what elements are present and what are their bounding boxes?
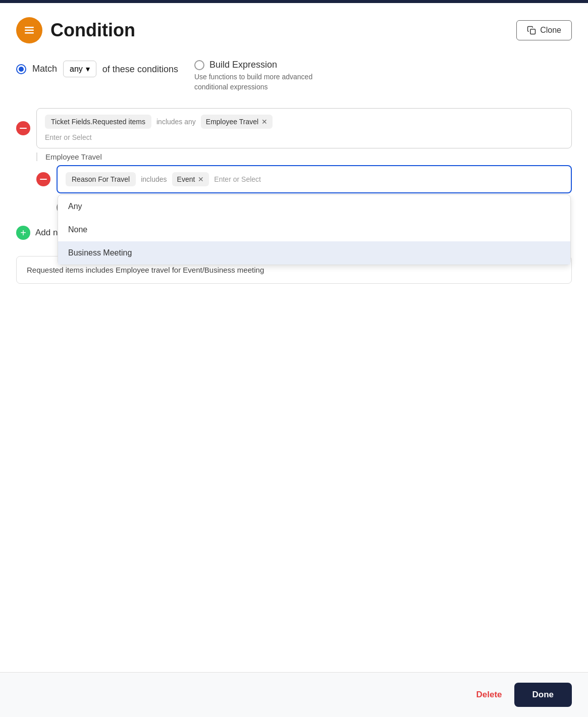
clone-button[interactable]: Clone — [516, 20, 572, 40]
condition-1-row: Ticket Fields.Requested items includes a… — [16, 108, 572, 148]
page-title: Condition — [50, 20, 135, 41]
subcondition-box: Reason For Travel includes Event ✕ Enter… — [57, 165, 572, 193]
build-expr-radio[interactable] — [194, 60, 204, 70]
subcondition-operator: includes — [141, 175, 167, 183]
header: Condition Clone — [16, 17, 572, 43]
subcondition-fields: Reason For Travel includes Event ✕ Enter… — [66, 172, 563, 186]
remove-value-1-icon[interactable]: ✕ — [261, 118, 268, 126]
remove-subcondition-value-icon[interactable]: ✕ — [198, 175, 204, 183]
svg-rect-1 — [25, 30, 34, 31]
build-expr-label: Build Expression — [209, 60, 277, 70]
match-row: Match any ▾ of these conditions Build Ex… — [16, 60, 572, 92]
operator-text-1: includes any — [156, 118, 196, 126]
header-left: Condition — [16, 17, 135, 43]
dropdown-menu: Any None Business Meeting — [58, 194, 571, 265]
svg-rect-0 — [25, 27, 34, 28]
any-value: any — [70, 65, 83, 74]
subcondition-value-chip: Event ✕ — [172, 172, 209, 186]
subcondition-field-chip[interactable]: Reason For Travel — [66, 172, 136, 186]
lines-icon — [23, 24, 35, 36]
dropdown-item-any[interactable]: Any — [58, 195, 570, 218]
subcondition-placeholder[interactable]: Enter or Select — [214, 175, 261, 183]
add-condition-icon: + — [16, 226, 30, 240]
subcondition-wrapper: Employee Travel Reason For Travel includ… — [36, 152, 572, 214]
clone-icon — [527, 26, 536, 35]
subcondition-parent-label: Employee Travel — [36, 152, 572, 161]
condition-1-box: Ticket Fields.Requested items includes a… — [36, 108, 572, 148]
dropdown-item-none[interactable]: None — [58, 218, 570, 241]
svg-rect-3 — [530, 29, 536, 34]
footer: Delete Done — [0, 672, 588, 717]
main-content: Condition Clone Match any ▾ of these con… — [0, 3, 588, 344]
conditions-label: of these conditions — [102, 64, 178, 75]
field-chip-1[interactable]: Ticket Fields.Requested items — [45, 115, 151, 129]
subcondition-value-label: Event — [177, 175, 195, 183]
remove-subcondition-button[interactable] — [36, 172, 50, 186]
delete-button[interactable]: Delete — [476, 690, 502, 700]
clone-label: Clone — [540, 26, 561, 35]
match-label: Match — [32, 64, 57, 74]
condition-1-fields: Ticket Fields.Requested items includes a… — [45, 115, 563, 129]
dropdown-item-business-meeting[interactable]: Business Meeting — [58, 241, 570, 265]
condition-icon — [16, 17, 42, 43]
build-expr-radio-row: Build Expression — [194, 60, 336, 70]
remove-condition-1-button[interactable] — [16, 121, 30, 135]
any-select[interactable]: any ▾ — [63, 61, 96, 77]
build-expr-desc: Use functions to build more advanced con… — [194, 72, 336, 92]
match-radio[interactable] — [16, 64, 26, 74]
build-expression-section: Build Expression Use functions to build … — [194, 60, 336, 92]
summary-text: Requested items includes Employee travel… — [27, 266, 264, 274]
svg-rect-2 — [25, 32, 34, 34]
chevron-down-icon: ▾ — [86, 64, 90, 74]
value-chip-1-label: Employee Travel — [206, 118, 258, 126]
done-button[interactable]: Done — [514, 683, 572, 707]
value-chip-1: Employee Travel ✕ — [201, 115, 273, 129]
condition-1-block: Ticket Fields.Requested items includes a… — [16, 108, 572, 148]
subcondition-row: Reason For Travel includes Event ✕ Enter… — [36, 165, 572, 193]
condition-1-placeholder[interactable]: Enter or Select — [45, 133, 92, 141]
